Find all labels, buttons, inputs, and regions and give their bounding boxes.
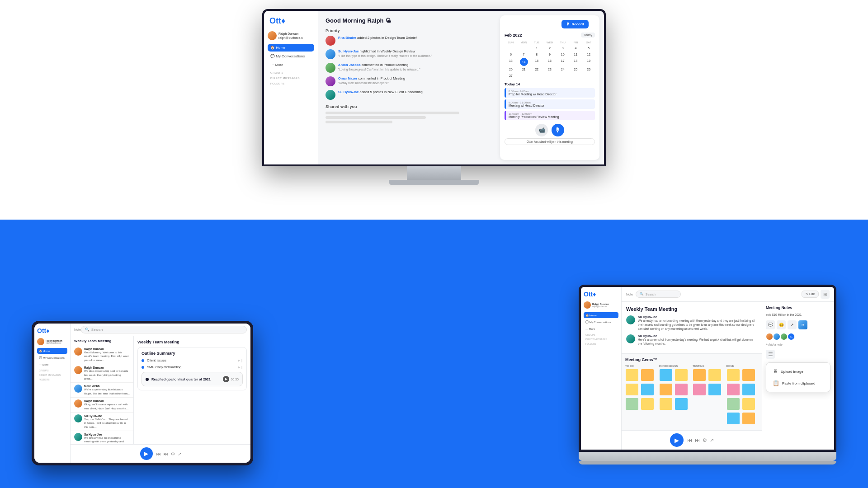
monitor-icon: 🖥 (773, 368, 778, 375)
activity-avatar (326, 63, 335, 73)
sticky-note (675, 384, 688, 395)
tablet-inner: Ott♦ Ralph Duncan ralph@ourforce.c 🏠 Hom… (34, 324, 250, 463)
audio-controls: 📹 🎙 (505, 124, 595, 136)
activity-content: Su Hyun-Jae added 5 photos in New Client… (338, 90, 423, 95)
skip-forward-icon[interactable]: ⏭ (695, 437, 700, 443)
kanban-section: Meeting Gems™ TO DO (622, 353, 762, 430)
activity-item: Su Hyun-Jae added 5 photos in New Client… (326, 90, 493, 100)
folders-label: FOLDERS (270, 82, 314, 85)
monitor-stand (407, 166, 461, 180)
meeting-item[interactable]: 8:00am - 9:00am Prep for Meeting w/ Head… (505, 88, 595, 98)
laptop-play-button[interactable]: ▶ (670, 433, 684, 447)
chat-item[interactable]: Su Hyun-Jae Yes, the SMH Corp. They are … (71, 413, 133, 431)
otter-assistant-label: Otter Assistant will join this meeting (505, 138, 595, 145)
laptop-nav-conversations[interactable]: 💬 My Conversations (584, 319, 618, 325)
outline-title: Outline Summary (142, 351, 243, 356)
record-button[interactable]: 🎙 Record (561, 20, 589, 28)
chat-content: Su Hyun-Jae Yes, the SMH Corp. They are … (84, 414, 130, 429)
share-icon[interactable]: ↗ (178, 451, 181, 456)
laptop-search[interactable]: 🔍 Search (636, 291, 681, 298)
search-icon: 🔍 (640, 292, 644, 296)
sticky-note (675, 398, 688, 410)
video-button[interactable]: 📹 (535, 124, 548, 136)
collaborator-avatar (773, 333, 780, 340)
sticky-note (727, 398, 740, 410)
list-icon[interactable]: ☰ (766, 350, 775, 359)
add-note-placeholder[interactable]: + Add a note (766, 343, 830, 346)
laptop-logo: Ott♦ (584, 291, 618, 298)
laptop-nav-more[interactable]: ⋯ More (584, 326, 618, 332)
shared-label: Shared with you (326, 104, 493, 109)
monitor-base (389, 180, 479, 185)
edit-button[interactable]: ✎ Edit (802, 291, 819, 298)
skip-back-icon[interactable]: ⏮ (156, 451, 161, 456)
sidebar-item-home[interactable]: 🏠 Home (268, 44, 314, 52)
chat-content: Ralph Duncan We also closed a big deal i… (84, 366, 130, 380)
sidebar-item-conversations[interactable]: 💬 My Conversations (268, 52, 314, 60)
tablet-note-label: Note (74, 328, 81, 331)
sticky-note (727, 413, 740, 424)
settings-icon[interactable]: ⚙ (703, 437, 707, 443)
activity-item: Anton Jacobs commented in Product Meetin… (326, 63, 493, 73)
microphone-button[interactable]: 🎙 (552, 124, 564, 136)
meeting-item[interactable]: 9:00am - 11:00am Meeting w/ Head Directo… (505, 99, 595, 109)
greeting: Good Morning Ralph 🌤 (326, 17, 493, 24)
laptop-device: Ott♦ Ralph Duncan ralph@ootterr.io 🏠 Hom… (579, 285, 836, 470)
outline-item: SMH Corp Onboarding ▶ ‖ (142, 365, 243, 369)
sticky-note (641, 398, 654, 410)
activity-text: Su Hyun-Jae added 5 photos in New Client… (338, 90, 423, 95)
chat-content: Su Hyun-Jae We already had an onboarding… (84, 433, 130, 444)
right-notes-panel: Meeting Notes sold $10 Million in the 20… (762, 302, 834, 450)
chat-item[interactable]: Ralph Duncan Okay, we'll have a separate… (71, 398, 133, 413)
tablet-search[interactable]: 🔍 Search (81, 326, 247, 333)
share-icon[interactable]: ↗ (710, 437, 714, 443)
sticky-note (742, 384, 755, 395)
play-button-sm[interactable]: ▶ (223, 376, 229, 382)
tablet-nav-conversations[interactable]: 💬 My Conversations (37, 355, 67, 361)
activity-text: Anton Jacobs commented in Product Meetin… (338, 63, 420, 68)
meeting-main-area: Weekly Team Meeting Su Hyun-Jae We alrea… (622, 302, 762, 353)
notes-list-icon: ☰ (766, 350, 830, 359)
share-icon-btn[interactable]: ↗ (788, 320, 797, 329)
desktop-sidebar: Ott♦ Ralph Duncan ralph@ourforce.c 🏠 Hom… (264, 11, 318, 164)
smile-icon-btn[interactable]: 😊 (777, 320, 786, 329)
outline-summary-box: Outline Summary Client Issues ▶ ‖ SMH Co… (137, 347, 247, 390)
sticky-note (742, 369, 755, 381)
chat-item[interactable]: Su Hyun-Jae We already had an onboarding… (71, 431, 133, 444)
kanban-col-inprogress: IN PROGRESS (659, 365, 691, 427)
skip-back-icon[interactable]: ⏮ (687, 437, 692, 443)
laptop-base (579, 461, 836, 465)
tablet-dm-label: DIRECT MESSAGES (39, 374, 67, 376)
meeting-item[interactable]: 11:00am - 12:00pm Monthly Production Rev… (505, 111, 595, 120)
play-button-large[interactable]: ▶ (140, 447, 153, 460)
sticky-note (708, 384, 721, 395)
laptop-screen: Ott♦ Ralph Duncan ralph@ootterr.io 🏠 Hom… (579, 285, 836, 452)
bullet-icon (142, 366, 144, 369)
tablet-nav-home[interactable]: 🏠 Home (37, 348, 67, 354)
settings-icon[interactable]: ⚙ (171, 451, 175, 456)
skip-forward-icon[interactable]: ⏭ (164, 451, 168, 456)
chat-icon-btn[interactable]: 💬 (766, 320, 775, 329)
reached-goal-item: Reached goal on last quarter of 2021 ▶ 0… (142, 372, 243, 386)
paste-clipboard-option[interactable]: 📋 Paste from clipboard (769, 377, 827, 389)
meeting-preview: Today 14 8:00am - 9:00am Prep for Meetin… (505, 82, 595, 120)
laptop-keyboard (579, 452, 836, 461)
upload-image-option[interactable]: 🖥 Upload Image (769, 366, 827, 377)
tablet-nav-more[interactable]: ⋯ More (37, 361, 67, 367)
settings-icon[interactable]: ⊞ (821, 290, 830, 299)
chat-item[interactable]: Ralph Duncan We also closed a big deal i… (71, 364, 133, 383)
tablet-avatar (37, 338, 44, 345)
activity-sub: "Loving the progress! Can't wait for thi… (338, 68, 420, 71)
chat-content: Ralph Duncan Okay, we'll have a separate… (84, 399, 130, 410)
chat-content: Marc Webb We're experiencing little hicc… (84, 385, 130, 395)
today-day[interactable]: 14 (520, 58, 528, 66)
laptop-nav-home[interactable]: 🏠 Home (584, 312, 618, 318)
sidebar-item-more[interactable]: ⋯ More (268, 61, 314, 69)
chat-item[interactable]: Ralph Duncan Good Morning. Welcome to th… (71, 346, 133, 364)
chat-item[interactable]: Marc Webb We're experiencing little hicc… (71, 383, 133, 398)
user-icon-btn[interactable]: R (798, 320, 807, 329)
tablet-device: Ott♦ Ralph Duncan ralph@ourforce.c 🏠 Hom… (32, 321, 253, 465)
chat-avatar (74, 433, 82, 441)
today-button[interactable]: Today (581, 33, 595, 38)
user-info: Ralph Duncan ralph@ourforce.c (278, 32, 303, 40)
